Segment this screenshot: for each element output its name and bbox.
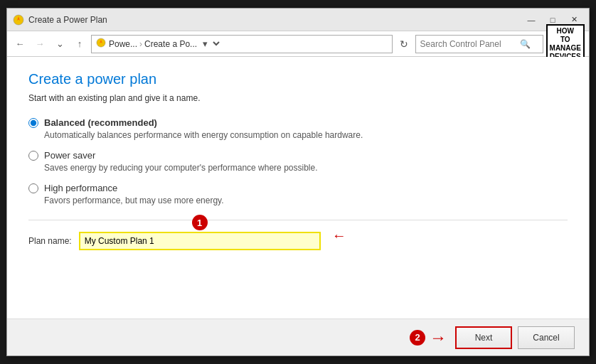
callout-badge-2: 2	[410, 330, 425, 346]
plan-desc-high-performance: Favors performance, but may use more ene…	[44, 196, 568, 205]
plan-desc-balanced: Automatically balances performance with …	[44, 130, 568, 140]
title-bar: Create a Power Plan — □ ✕	[7, 9, 589, 31]
search-input[interactable]	[420, 39, 520, 49]
dropdown-button[interactable]: ⌄	[51, 36, 68, 53]
search-box[interactable]: 🔍	[415, 35, 543, 53]
arrow-annotation-2: →	[430, 329, 447, 346]
minimize-button[interactable]: —	[522, 13, 541, 27]
plan-option-balanced: Balanced (recommended) Automatically bal…	[28, 117, 568, 140]
page-title: Create a power plan	[28, 71, 568, 87]
radio-power-saver[interactable]	[28, 151, 38, 161]
plan-name-label: Plan name:	[28, 236, 72, 246]
cancel-button[interactable]: Cancel	[518, 326, 575, 349]
forward-button[interactable]: →	[31, 36, 48, 53]
callout-badge-1: 1	[192, 215, 208, 230]
plan-name-input[interactable]	[79, 232, 321, 250]
divider	[28, 220, 568, 220]
path-separator: ›	[139, 39, 142, 49]
arrow-annotation-1: ←	[332, 228, 346, 244]
window-icon	[13, 14, 24, 26]
search-icon: 🔍	[520, 39, 531, 49]
path-segment-1: Powe...	[109, 39, 137, 49]
address-path[interactable]: Powe... › Create a Po... ▾	[91, 35, 393, 53]
callout-2-group: 2 →	[410, 329, 447, 346]
back-button[interactable]: ←	[11, 36, 28, 53]
radio-balanced[interactable]	[28, 118, 38, 128]
plan-desc-power-saver: Saves energy by reducing your computer's…	[44, 163, 568, 173]
plan-name-balanced[interactable]: Balanced (recommended)	[44, 117, 157, 128]
plan-options: Balanced (recommended) Automatically bal…	[28, 117, 568, 205]
next-button[interactable]: Next	[455, 326, 512, 349]
action-bar: 2 → Next Cancel	[7, 318, 589, 355]
plan-option-high-performance: High performance Favors performance, but…	[28, 183, 568, 205]
up-button[interactable]: ↑	[71, 36, 88, 53]
path-segment-2: Create a Po...	[144, 39, 197, 49]
plan-name-power-saver[interactable]: Power saver	[44, 150, 95, 161]
main-window: Create a Power Plan — □ ✕ ← → ⌄ ↑ Powe..…	[6, 8, 590, 356]
window-title: Create a Power Plan	[28, 15, 522, 25]
path-icon	[96, 38, 106, 50]
page-subtitle: Start with an existing plan and give it …	[28, 93, 568, 103]
plan-name-high-performance[interactable]: High performance	[44, 183, 117, 193]
path-dropdown[interactable]: ▾	[197, 38, 222, 50]
radio-high-performance[interactable]	[28, 183, 38, 193]
plan-option-power-saver: Power saver Saves energy by reducing you…	[28, 150, 568, 173]
refresh-button[interactable]: ↻	[395, 36, 413, 53]
content-area: Create a power plan Start with an existi…	[7, 57, 589, 318]
address-bar: ← → ⌄ ↑ Powe... › Create a Po... ▾ ↻ 🔍 H…	[7, 31, 589, 57]
